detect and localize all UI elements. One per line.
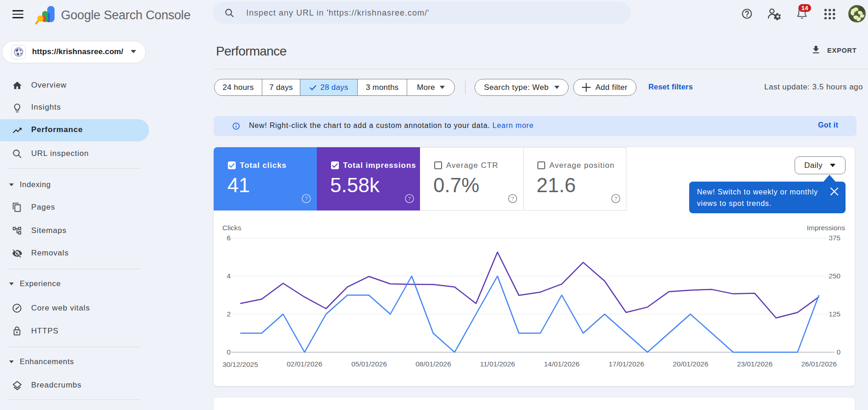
svg-text:?: ? <box>305 196 308 201</box>
svg-text:2: 2 <box>227 310 231 318</box>
svg-text:Impressions: Impressions <box>807 224 845 232</box>
svg-text:17/01/2026: 17/01/2026 <box>608 360 644 368</box>
svg-text:26/01/2026: 26/01/2026 <box>801 360 837 368</box>
svg-text:23/01/2026: 23/01/2026 <box>737 360 773 368</box>
svg-text:?: ? <box>408 196 411 201</box>
svg-text:Clicks: Clicks <box>222 224 242 232</box>
svg-text:08/01/2026: 08/01/2026 <box>415 360 451 368</box>
svg-text:20/01/2026: 20/01/2026 <box>673 360 708 368</box>
svg-text:6: 6 <box>227 234 231 242</box>
svg-text:02/01/2026: 02/01/2026 <box>287 360 322 368</box>
svg-text:30/12/2025: 30/12/2025 <box>222 360 258 368</box>
svg-text:4: 4 <box>227 272 231 280</box>
svg-text:05/01/2026: 05/01/2026 <box>351 360 387 368</box>
svg-text:?: ? <box>511 196 514 201</box>
svg-text:?: ? <box>614 196 617 201</box>
svg-text:0: 0 <box>227 348 231 356</box>
svg-text:14/01/2026: 14/01/2026 <box>544 360 580 368</box>
svg-text:0: 0 <box>836 348 840 356</box>
svg-text:11/01/2026: 11/01/2026 <box>480 360 515 368</box>
